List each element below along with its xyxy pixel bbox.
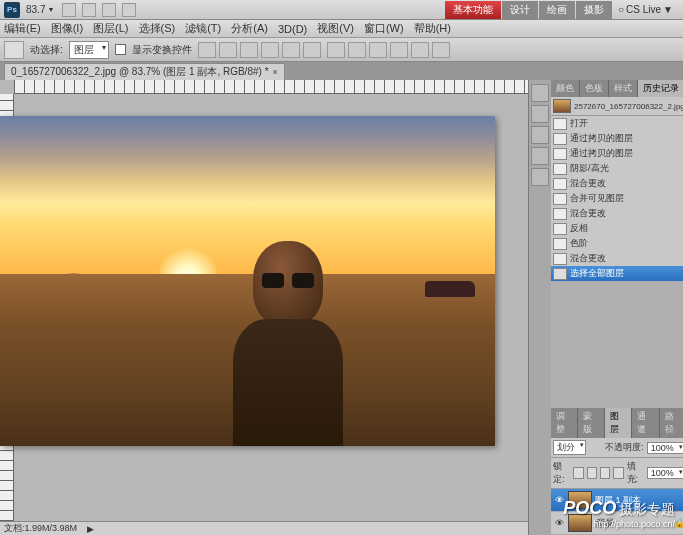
history-step[interactable]: 合并可见图层 xyxy=(551,191,683,206)
dist-btn[interactable] xyxy=(432,42,450,58)
lock-all-icon[interactable] xyxy=(613,467,623,479)
align-btn[interactable] xyxy=(261,42,279,58)
menu-filter[interactable]: 滤镜(T) xyxy=(185,21,221,36)
ws-essentials[interactable]: 基本功能 xyxy=(445,1,501,19)
menu-analysis[interactable]: 分析(A) xyxy=(231,21,268,36)
zoom-control[interactable]: 83.7 ▼ xyxy=(26,4,54,15)
doc-size[interactable]: 文档:1.99M/3.98M xyxy=(4,522,77,535)
canvas-area: 文档:1.99M/3.98M ▶ xyxy=(0,80,528,535)
distribute-icons xyxy=(327,42,450,58)
dist-btn[interactable] xyxy=(327,42,345,58)
tool-icon[interactable] xyxy=(4,41,24,59)
align-btn[interactable] xyxy=(303,42,321,58)
tab-paths[interactable]: 路径 xyxy=(660,408,683,438)
document-tab[interactable]: 0_165727006322_2.jpg @ 83.7% (图层 1 副本, R… xyxy=(4,63,285,80)
history-panel-tabs: 颜色 色板 样式 历史记录 xyxy=(551,80,683,97)
opacity-value[interactable]: 100% xyxy=(647,442,683,454)
doc-title: 0_165727006322_2.jpg @ 83.7% (图层 1 副本, R… xyxy=(11,65,269,79)
history-step-current[interactable]: 选择全部图层 xyxy=(551,266,683,281)
document-tabs: 0_165727006322_2.jpg @ 83.7% (图层 1 副本, R… xyxy=(0,62,683,80)
icon-btn[interactable] xyxy=(82,3,96,17)
tab-styles[interactable]: 样式 xyxy=(609,80,638,97)
lock-position-icon[interactable] xyxy=(600,467,610,479)
history-step[interactable]: 通过拷贝的图层 xyxy=(551,146,683,161)
step-icon xyxy=(553,148,567,160)
history-step[interactable]: 混合更改 xyxy=(551,251,683,266)
menu-edit[interactable]: 编辑(E) xyxy=(4,21,41,36)
layers-panel-tabs: 调整 蒙版 图层 通道 路径 xyxy=(551,408,683,438)
chevron-down-icon: ▼ xyxy=(663,4,673,15)
step-icon xyxy=(553,163,567,175)
ruler-horizontal[interactable] xyxy=(14,80,528,94)
align-btn[interactable] xyxy=(219,42,237,58)
menu-bar: 编辑(E) 图像(I) 图层(L) 选择(S) 滤镜(T) 分析(A) 3D(D… xyxy=(0,20,683,38)
icon-btn[interactable] xyxy=(62,3,76,17)
panel-icon[interactable] xyxy=(531,84,549,102)
history-step[interactable]: 通过拷贝的图层 xyxy=(551,131,683,146)
ws-painting[interactable]: 绘画 xyxy=(539,1,575,19)
history-step[interactable]: 色阶 xyxy=(551,236,683,251)
icon-btn[interactable] xyxy=(102,3,116,17)
history-step[interactable]: 混合更改 xyxy=(551,206,683,221)
tab-layers[interactable]: 图层 xyxy=(605,408,632,438)
tab-masks[interactable]: 蒙版 xyxy=(578,408,605,438)
panel-icon[interactable] xyxy=(531,147,549,165)
step-icon xyxy=(553,133,567,145)
lock-transparent-icon[interactable] xyxy=(573,467,583,479)
snapshot-thumb xyxy=(553,99,571,113)
panel-icon[interactable] xyxy=(531,168,549,186)
step-icon xyxy=(553,238,567,250)
snapshot-name: 2572670_165727006322_2.jpg xyxy=(574,102,683,111)
menu-3d[interactable]: 3D(D) xyxy=(278,23,307,35)
panel-icon[interactable] xyxy=(531,105,549,123)
tab-color[interactable]: 颜色 xyxy=(551,80,580,97)
menu-window[interactable]: 窗口(W) xyxy=(364,21,404,36)
ws-design[interactable]: 设计 xyxy=(502,1,538,19)
auto-select-target[interactable]: 图层 xyxy=(69,41,109,59)
canvas[interactable] xyxy=(0,116,495,446)
lock-pixels-icon[interactable] xyxy=(587,467,597,479)
close-icon[interactable]: × xyxy=(273,67,278,77)
align-btn[interactable] xyxy=(198,42,216,58)
history-step[interactable]: 打开 xyxy=(551,116,683,131)
align-btn[interactable] xyxy=(240,42,258,58)
tab-swatches[interactable]: 色板 xyxy=(580,80,609,97)
dist-btn[interactable] xyxy=(411,42,429,58)
step-icon xyxy=(553,253,567,265)
history-step[interactable]: 混合更改 xyxy=(551,176,683,191)
title-bar: Ps 83.7 ▼ 基本功能 设计 绘画 摄影 ○ CS Live ▼ xyxy=(0,0,683,20)
fill-value[interactable]: 100% xyxy=(647,467,683,479)
ws-photography[interactable]: 摄影 xyxy=(576,1,612,19)
dist-btn[interactable] xyxy=(348,42,366,58)
history-list: 打开 通过拷贝的图层 通过拷贝的图层 阴影/高光 混合更改 合并可见图层 混合更… xyxy=(551,116,683,281)
dist-btn[interactable] xyxy=(369,42,387,58)
status-bar: 文档:1.99M/3.98M ▶ xyxy=(0,521,528,535)
options-bar: 动选择: 图层 显示变换控件 xyxy=(0,38,683,62)
chevron-down-icon[interactable]: ▼ xyxy=(47,6,54,13)
dist-btn[interactable] xyxy=(390,42,408,58)
app-icon: Ps xyxy=(4,2,20,18)
transform-checkbox[interactable] xyxy=(115,44,126,55)
menu-help[interactable]: 帮助(H) xyxy=(414,21,451,36)
align-icons xyxy=(198,42,321,58)
history-step[interactable]: 反相 xyxy=(551,221,683,236)
opacity-label: 不透明度: xyxy=(605,441,644,454)
menu-layer[interactable]: 图层(L) xyxy=(93,21,128,36)
align-btn[interactable] xyxy=(282,42,300,58)
menu-select[interactable]: 选择(S) xyxy=(139,21,176,36)
blend-mode-select[interactable]: 划分 xyxy=(553,440,586,455)
zoom-value[interactable]: 83.7 xyxy=(26,4,45,15)
auto-select-label: 动选择: xyxy=(30,43,63,57)
history-snapshot[interactable]: 2572670_165727006322_2.jpg xyxy=(551,97,683,116)
fill-label: 填充: xyxy=(627,460,644,486)
icon-btn[interactable] xyxy=(122,3,136,17)
history-step[interactable]: 阴影/高光 xyxy=(551,161,683,176)
tab-channels[interactable]: 通道 xyxy=(632,408,659,438)
tab-history[interactable]: 历史记录 xyxy=(638,80,683,97)
tab-adjustments[interactable]: 调整 xyxy=(551,408,578,438)
menu-image[interactable]: 图像(I) xyxy=(51,21,83,36)
panel-icon[interactable] xyxy=(531,126,549,144)
menu-view[interactable]: 视图(V) xyxy=(317,21,354,36)
history-panel: 2572670_165727006322_2.jpg 打开 通过拷贝的图层 通过… xyxy=(551,97,683,281)
cslive-button[interactable]: ○ CS Live ▼ xyxy=(612,2,679,17)
